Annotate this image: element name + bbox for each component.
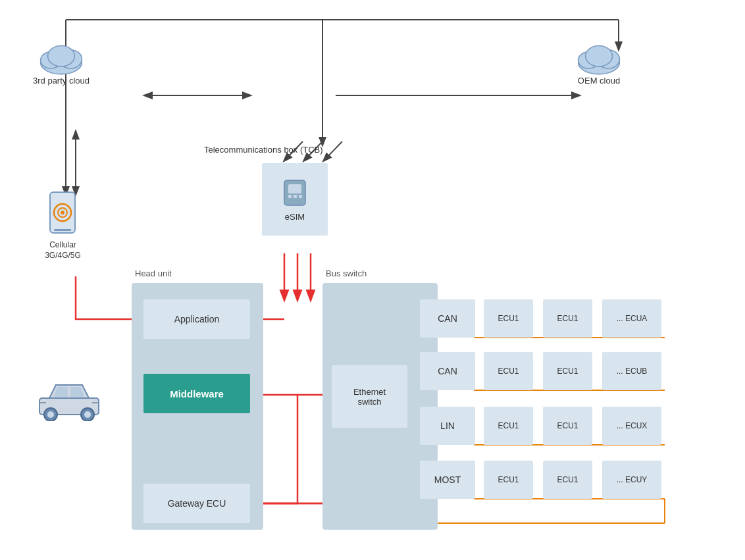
ecu-x3: ... ECUX <box>602 407 661 445</box>
ecu-y1: ECU1 <box>484 461 533 499</box>
phone-icon <box>45 191 81 240</box>
svg-line-9 <box>324 141 342 161</box>
diagram: 3rd party cloud OEM cloud Telecommunicat… <box>0 0 745 560</box>
can1-box: CAN <box>420 299 475 338</box>
ethernet-switch-box: Ethernetswitch <box>332 365 407 428</box>
svg-rect-56 <box>299 195 302 198</box>
svg-rect-54 <box>288 195 292 198</box>
ecu-a2: ECU1 <box>543 299 592 338</box>
third-party-cloud: 3rd party cloud <box>33 39 90 86</box>
svg-rect-55 <box>294 195 297 198</box>
ecu-y2: ECU1 <box>543 461 592 499</box>
oem-cloud: OEM cloud <box>573 39 625 86</box>
tcb-label: Telecommunications box (TCB) <box>204 145 323 155</box>
ecu-a1: ECU1 <box>484 299 533 338</box>
cellular-label: Cellular3G/4G/5G <box>45 240 81 261</box>
ethernet-switch-label: Ethernetswitch <box>353 387 386 407</box>
esim-icon <box>279 178 311 209</box>
esim-box: eSIM <box>262 163 328 236</box>
middleware-box: Middleware <box>143 374 250 413</box>
svg-point-47 <box>48 45 75 66</box>
svg-point-60 <box>61 211 64 215</box>
car-icon <box>36 375 102 424</box>
svg-rect-53 <box>288 184 301 193</box>
application-box: Application <box>143 299 250 339</box>
esim-label: eSIM <box>285 212 305 222</box>
bus-switch-label: Bus switch <box>326 268 367 278</box>
head-unit-label: Head unit <box>135 268 172 278</box>
ecu-a3: ... ECUA <box>602 299 661 338</box>
cellular-device: Cellular3G/4G/5G <box>45 191 81 261</box>
car-svg <box>36 375 102 421</box>
svg-rect-61 <box>54 229 71 231</box>
ecu-x2: ECU1 <box>543 407 592 445</box>
most-box: MOST <box>420 461 475 499</box>
svg-point-64 <box>47 411 54 418</box>
oem-cloud-icon <box>573 39 625 76</box>
ecu-x1: ECU1 <box>484 407 533 445</box>
ecu-b2: ECU1 <box>543 352 592 390</box>
third-party-cloud-icon <box>35 39 88 76</box>
gateway-ecu-box: Gateway ECU <box>143 484 250 523</box>
can2-box: CAN <box>420 352 475 390</box>
svg-point-66 <box>84 411 91 418</box>
ecu-b1: ECU1 <box>484 352 533 390</box>
svg-point-51 <box>586 45 613 66</box>
ecu-y3: ... ECUY <box>602 461 661 499</box>
ecu-b3: ... ECUB <box>602 352 661 390</box>
lin-box: LIN <box>420 407 475 445</box>
oem-cloud-label: OEM cloud <box>578 76 620 86</box>
third-party-cloud-label: 3rd party cloud <box>33 76 90 86</box>
